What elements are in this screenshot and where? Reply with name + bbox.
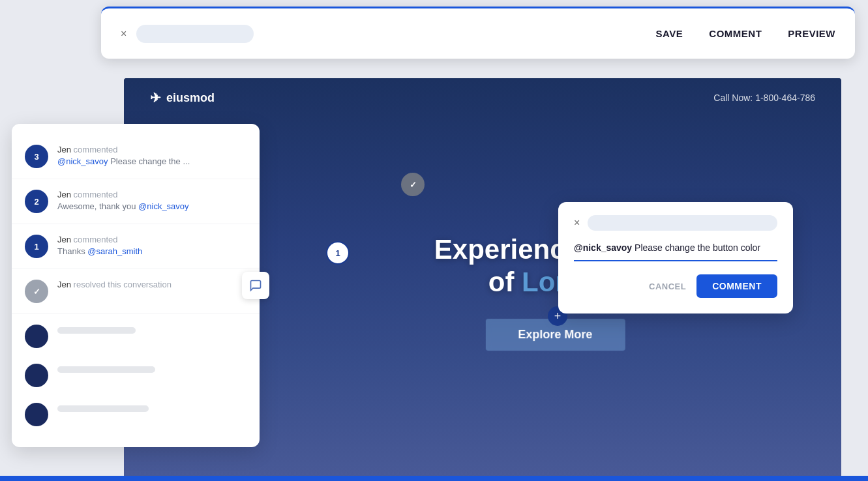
divider-1 — [12, 179, 260, 179]
placeholder-avatar-1 — [25, 325, 48, 348]
comment-item-1: 1 Jen commented Thanks @sarah_smith — [12, 227, 260, 266]
comment-button[interactable]: COMMENT — [709, 28, 762, 39]
comment-avatar-1: 1 — [25, 235, 48, 258]
website-nav: ✈ eiusmod Call Now: 1-800-464-786 — [124, 78, 841, 117]
placeholder-content-2 — [57, 364, 247, 373]
comment-item-2: 2 Jen commented Awesome, thank you @nick… — [12, 182, 260, 221]
logo-icon: ✈ — [150, 90, 161, 106]
comment-author-3: Jen commented — [57, 145, 247, 154]
preview-button[interactable]: PREVIEW — [788, 28, 835, 39]
top-toolbar: × SAVE COMMENT PREVIEW — [101, 7, 855, 59]
website-logo: ✈ eiusmod — [150, 90, 215, 106]
placeholder-line-2 — [57, 366, 155, 373]
comment-text-2: Awesome, thank you @nick_savoy — [57, 201, 247, 211]
comment-mention-1: @sarah_smith — [87, 246, 142, 256]
comment-placeholder-1 — [12, 317, 260, 356]
website-phone: Call Now: 1-800-464-786 — [713, 93, 815, 103]
placeholder-content-3 — [57, 403, 247, 412]
dialog-text: Please change the button color — [632, 242, 760, 253]
comment-text-1: Thanks @sarah_smith — [57, 246, 247, 256]
comment-mention-2: @nick_savoy — [138, 201, 189, 211]
comment-content-3: Jen commented @nick_savoy Please change … — [57, 145, 247, 166]
comment-mention-3: @nick_savoy — [57, 156, 108, 166]
comment-action-1: commented — [71, 235, 118, 244]
comment-action-3: commented — [71, 145, 118, 154]
dialog-input-area[interactable]: @nick_savoy Please change the button col… — [574, 241, 777, 261]
comments-panel: 3 Jen commented @nick_savoy Please chang… — [12, 124, 260, 447]
placeholder-avatar-2 — [25, 364, 48, 387]
dialog-close-icon[interactable]: × — [574, 217, 580, 229]
comment-content-2: Jen commented Awesome, thank you @nick_s… — [57, 190, 247, 211]
chat-bubble-button[interactable] — [242, 272, 269, 299]
comment-placeholder-3 — [12, 395, 260, 434]
placeholder-avatar-3 — [25, 403, 48, 426]
comment-item-3: 3 Jen commented @nick_savoy Please chang… — [12, 137, 260, 176]
comment-author-resolved: Jen resolved this conversation — [57, 280, 247, 289]
comment-content-resolved: Jen resolved this conversation — [57, 280, 247, 291]
comment-avatar-2: 2 — [25, 190, 48, 213]
hero-line2-prefix: of — [488, 267, 522, 297]
placeholder-line-3 — [57, 405, 149, 412]
toolbar-url-bar — [136, 25, 254, 43]
placeholder-line-1 — [57, 327, 136, 334]
dialog-input-text: @nick_savoy Please change the button col… — [574, 241, 777, 255]
bottom-bar — [0, 476, 868, 481]
chat-icon — [249, 279, 262, 292]
comment-placeholder-2 — [12, 356, 260, 395]
comment-content-1: Jen commented Thanks @sarah_smith — [57, 235, 247, 256]
comment-avatar-resolved: ✓ — [25, 280, 48, 303]
dialog-comment-button[interactable]: COMMENT — [696, 274, 777, 298]
dialog-header: × — [574, 215, 777, 231]
comment-badge-1[interactable]: 1 — [326, 241, 350, 265]
dialog-url-bar — [588, 215, 777, 231]
comment-action-resolved: resolved this conversation — [71, 280, 172, 289]
comment-avatar-3: 3 — [25, 145, 48, 168]
comment-dialog: × @nick_savoy Please change the button c… — [558, 202, 793, 313]
comment-badge-resolved[interactable]: ✓ — [401, 173, 425, 196]
comment-text-3: @nick_savoy Please change the ... — [57, 156, 247, 166]
dialog-actions: CANCEL COMMENT — [574, 274, 777, 298]
divider-2 — [12, 224, 260, 224]
comment-author-2: Jen commented — [57, 190, 247, 199]
comment-action-2: commented — [71, 190, 118, 199]
placeholder-content-1 — [57, 325, 247, 334]
divider-3 — [12, 269, 260, 269]
comment-item-resolved: ✓ Jen resolved this conversation — [12, 272, 260, 311]
toolbar-actions: SAVE COMMENT PREVIEW — [656, 28, 835, 39]
toolbar-close-icon[interactable]: × — [121, 28, 127, 40]
logo-text: eiusmod — [166, 91, 215, 105]
dialog-cancel-button[interactable]: CANCEL — [649, 282, 686, 291]
comment-author-1: Jen commented — [57, 235, 247, 244]
dialog-mention: @nick_savoy — [574, 242, 632, 253]
save-button[interactable]: SAVE — [656, 28, 683, 39]
divider-4 — [12, 313, 260, 314]
